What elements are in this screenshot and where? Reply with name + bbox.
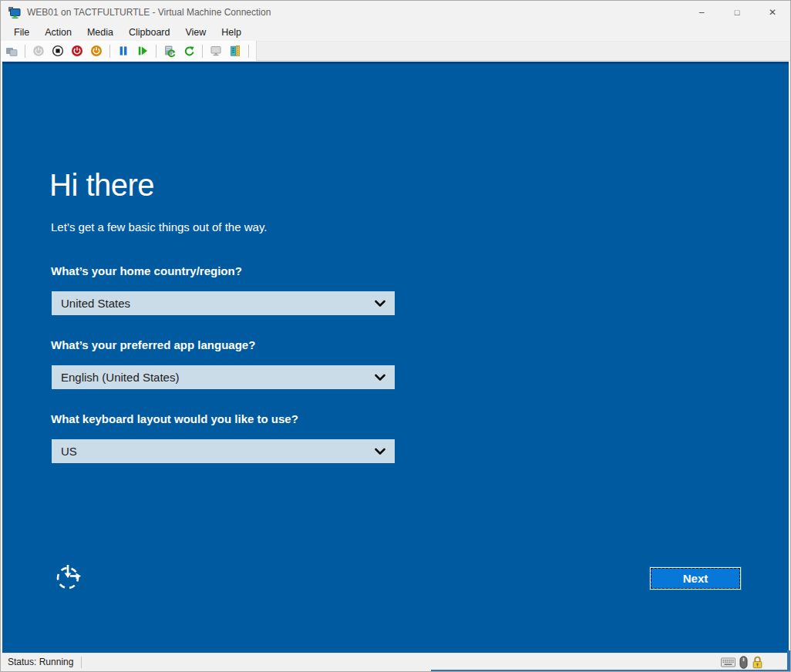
ctrl-alt-delete-icon[interactable] xyxy=(5,44,19,58)
menu-action[interactable]: Action xyxy=(37,25,79,39)
next-button[interactable]: Next xyxy=(649,566,742,590)
menu-media[interactable]: Media xyxy=(79,25,121,39)
window-edge-artifact xyxy=(431,670,790,671)
hyper-v-vm-icon xyxy=(8,6,21,19)
next-button-label: Next xyxy=(683,572,709,585)
start-icon[interactable] xyxy=(32,44,45,58)
keyboard-layout-label: What keyboard layout would you like to u… xyxy=(51,412,298,425)
country-region-value: United States xyxy=(61,297,375,310)
caption-buttons: – □ ✕ xyxy=(684,1,790,24)
toolbar-strip xyxy=(1,41,257,61)
vm-display: Hi there Let’s get a few basic things ou… xyxy=(2,62,789,653)
chevron-down-icon xyxy=(375,371,385,385)
pause-icon[interactable] xyxy=(116,44,130,58)
oobe-title: Hi there xyxy=(49,168,154,203)
menu-view[interactable]: View xyxy=(177,25,214,39)
save-state-icon[interactable] xyxy=(89,44,103,58)
menu-file[interactable]: File xyxy=(6,25,37,39)
chevron-down-icon xyxy=(375,297,385,311)
toolbar-separator xyxy=(248,45,249,58)
shut-down-icon[interactable] xyxy=(70,44,84,58)
minimize-button[interactable]: – xyxy=(684,1,719,24)
keyboard-layout-select[interactable]: US xyxy=(52,439,395,463)
oobe-subtitle: Let’s get a few basic things out of the … xyxy=(51,220,267,234)
maximize-button[interactable]: □ xyxy=(719,1,755,24)
app-language-label: What’s your preferred app language? xyxy=(51,338,255,351)
app-language-value: English (United States) xyxy=(61,371,375,384)
share-icon[interactable] xyxy=(228,44,242,58)
toolbar-separator xyxy=(25,45,25,58)
statusbar-indicators xyxy=(721,656,783,669)
vmconnect-window: WEB01 on TACTFULTURTLE - Virtual Machine… xyxy=(0,0,791,672)
close-button[interactable]: ✕ xyxy=(755,1,790,24)
window-edge-artifact xyxy=(787,650,790,671)
tool-bar xyxy=(1,41,790,61)
keyboard-layout-value: US xyxy=(61,445,375,458)
turn-off-icon[interactable] xyxy=(51,44,65,58)
toolbar-separator xyxy=(202,45,203,58)
checkpoint-icon[interactable] xyxy=(163,44,177,58)
enhanced-session-icon[interactable] xyxy=(209,44,223,58)
mouse-icon xyxy=(739,656,748,669)
country-region-select[interactable]: United States xyxy=(52,291,395,315)
keyboard-icon xyxy=(721,657,735,667)
revert-icon[interactable] xyxy=(182,44,196,58)
app-language-select[interactable]: English (United States) xyxy=(52,365,395,389)
lock-icon xyxy=(752,656,763,669)
chevron-down-icon xyxy=(375,445,385,459)
ease-of-access-icon[interactable] xyxy=(53,560,86,593)
reset-icon[interactable] xyxy=(136,44,150,58)
status-label: Status: Running xyxy=(8,657,73,667)
window-title: WEB01 on TACTFULTURTLE - Virtual Machine… xyxy=(27,7,271,18)
menu-bar: File Action Media Clipboard View Help xyxy=(1,24,790,41)
toolbar-separator xyxy=(156,45,157,58)
country-region-label: What’s your home country/region? xyxy=(51,264,242,277)
menu-clipboard[interactable]: Clipboard xyxy=(121,25,178,39)
statusbar-separator xyxy=(81,657,82,668)
toolbar-separator xyxy=(109,45,110,58)
status-bar: Status: Running xyxy=(2,653,789,670)
menu-help[interactable]: Help xyxy=(214,25,249,39)
title-bar: WEB01 on TACTFULTURTLE - Virtual Machine… xyxy=(1,1,790,24)
